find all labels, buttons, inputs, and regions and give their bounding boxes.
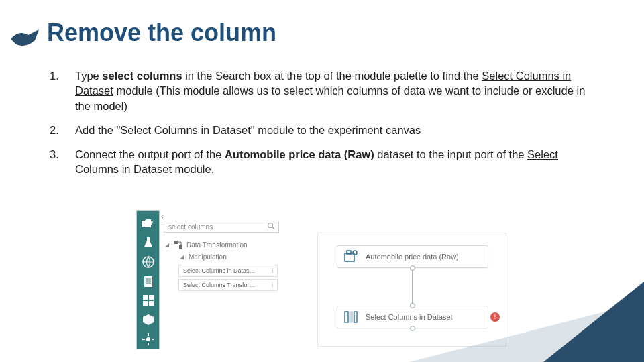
step-1-text-e: module (This module allows us to select … [75, 84, 585, 111]
step-3-text-e: module. [172, 163, 214, 175]
svg-rect-13 [142, 339, 145, 340]
tree-group[interactable]: ◢ Data Transformation [164, 238, 280, 251]
collapse-caret-icon: ‹ [161, 212, 164, 220]
step-3-bold: Automobile price data (Raw) [225, 148, 374, 160]
globe-icon [141, 255, 156, 268]
svg-rect-2 [144, 276, 152, 287]
svg-rect-11 [148, 333, 149, 336]
step-1-text-a: Type [75, 70, 102, 82]
svg-rect-17 [174, 241, 178, 244]
step-2: Add the "Select Columns in Dataset" modu… [50, 123, 600, 137]
caret-down-icon: ◢ [165, 242, 170, 248]
svg-point-21 [353, 251, 357, 255]
cube-icon [141, 314, 156, 326]
slide-title: Remove the column [47, 19, 276, 47]
node-label: Automobile price data (Raw) [366, 253, 459, 261]
search-value: select columns [168, 223, 213, 231]
tree-item[interactable]: Select Columns Transfor… i [178, 279, 278, 291]
svg-rect-23 [350, 312, 353, 322]
svg-rect-0 [142, 221, 151, 227]
svg-rect-9 [149, 301, 154, 306]
svg-point-10 [146, 337, 150, 341]
instruction-list: Type select columns in the Search box at… [50, 68, 600, 186]
tree-item-label: Select Columns Transfor… [183, 282, 256, 288]
flask-icon [141, 237, 156, 249]
module-palette: select columns ◢ Data Transformation ◢ M… [164, 221, 280, 293]
svg-line-16 [272, 227, 274, 229]
canvas-node-dataset[interactable]: Automobile price data (Raw) [337, 245, 488, 268]
svg-rect-7 [149, 295, 154, 300]
search-input[interactable]: select columns [164, 221, 279, 233]
svg-rect-24 [354, 312, 357, 322]
tree-subgroup[interactable]: ◢ Manipulation [178, 251, 280, 263]
connector-line [412, 270, 413, 304]
tree-subgroup-label: Manipulation [189, 253, 227, 261]
document-icon [141, 275, 156, 288]
svg-rect-6 [143, 295, 148, 300]
svg-rect-8 [143, 301, 148, 306]
gear-icon [141, 333, 156, 345]
datasets-icon [141, 294, 156, 307]
svg-rect-22 [345, 312, 348, 322]
folder-flask-icon [141, 217, 156, 230]
slide-logo [9, 25, 40, 51]
step-1-bold: select columns [102, 70, 182, 82]
svg-point-15 [268, 223, 273, 228]
svg-rect-20 [347, 251, 351, 254]
tree-item-label: Select Columns in Datas… [183, 267, 256, 274]
palette-sidebar [136, 210, 160, 349]
step-3: Connect the output port of the Automobil… [50, 147, 600, 177]
step-3-text-a: Connect the output port of the [75, 148, 225, 160]
svg-rect-12 [148, 343, 149, 345]
search-icon [267, 222, 275, 234]
tree-group-label: Data Transformation [186, 241, 248, 249]
step-1: Type select columns in the Search box at… [50, 68, 600, 113]
caret-down-icon: ◢ [180, 254, 185, 260]
step-1-text-c: in the Search box at the top of the modu… [182, 70, 482, 82]
palette-tree: ◢ Data Transformation ◢ Manipulation Sel… [164, 238, 280, 291]
tree-item[interactable]: Select Columns in Datas… i [178, 265, 278, 277]
svg-rect-14 [152, 339, 154, 340]
info-icon: i [272, 282, 273, 288]
transform-icon [174, 240, 183, 249]
dataset-node-icon [343, 249, 359, 265]
info-icon: i [272, 267, 273, 274]
decorative-triangle [543, 282, 644, 362]
select-columns-node-icon [343, 309, 359, 325]
step-3-text-c: dataset to the input port of the [374, 148, 527, 160]
svg-rect-18 [179, 245, 182, 249]
